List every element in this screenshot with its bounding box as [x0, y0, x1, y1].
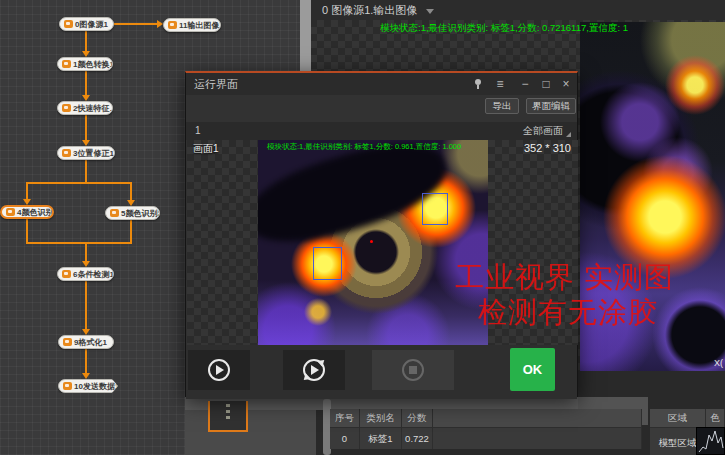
flow-connector [113, 23, 157, 25]
maximize-icon[interactable]: □ [538, 76, 554, 92]
stop-icon [402, 359, 424, 381]
flow-connector [26, 242, 132, 244]
flow-node-format[interactable]: 9格式化1 [58, 335, 114, 349]
node-icon [63, 338, 72, 346]
cell-class: 标签1 [360, 427, 402, 449]
frame-resolution: 352 * 310 [524, 142, 571, 154]
col-index: 序号 [330, 409, 360, 427]
node-icon [62, 104, 71, 112]
playback-controls: OK [186, 345, 577, 399]
frame-photo [258, 140, 488, 345]
image-panel-title: 0 图像源1.输出图像 [322, 4, 417, 16]
view-selector[interactable]: 全部画面 [523, 122, 563, 140]
node-label: 3位置修正1 [73, 148, 114, 159]
node-label: 10发送数据1 [74, 381, 118, 392]
node-icon [62, 270, 71, 278]
play-icon [208, 359, 230, 381]
flow-connector [85, 348, 87, 373]
flow-connector [85, 280, 87, 329]
node-icon [64, 20, 73, 28]
node-icon [6, 208, 15, 216]
run-continuous-button[interactable] [283, 350, 345, 390]
flow-node-color-convert[interactable]: 1颜色转换1 [57, 57, 113, 71]
background-panel [185, 410, 316, 455]
minimize-icon[interactable]: − [517, 76, 533, 92]
region-table-header: 区域 色相 [650, 409, 725, 427]
cell-empty [433, 427, 642, 449]
node-label: 9格式化1 [74, 337, 107, 348]
cell-score: 0.722 [402, 427, 433, 449]
flow-node-image-source[interactable]: 0图像源1 [59, 17, 114, 31]
flow-connector [27, 182, 132, 184]
cursor-coords-fragment: X( [714, 358, 723, 368]
flow-node-fast-feature[interactable]: 2快速特征… [57, 101, 113, 115]
popup-title: 运行界面 [194, 77, 238, 92]
menu-icon[interactable]: ≡ [492, 76, 508, 92]
col-score: 分数 [402, 409, 433, 427]
node-label: 11输出图像1 [179, 20, 221, 31]
node-icon [168, 21, 177, 29]
background-selected-module[interactable] [208, 401, 248, 432]
stop-button [372, 350, 454, 390]
view-index-label: 1 [195, 122, 201, 140]
arrowhead-icon [82, 373, 90, 379]
node-icon [62, 60, 71, 68]
flow-connector [85, 242, 87, 261]
flow-connector [85, 71, 87, 96]
hue-histogram-thumbnail[interactable] [696, 427, 725, 455]
node-label: 1颜色转换1 [73, 59, 113, 70]
table-row[interactable]: 0 标签1 0.722 [330, 427, 642, 449]
result-table-header: 序号 类别名 分数 [330, 409, 642, 427]
flow-node-condition-check[interactable]: 6条件检测1 [57, 267, 114, 281]
flow-connector [130, 182, 132, 200]
interface-edit-button[interactable]: 界面编辑 [526, 98, 576, 114]
detection-rect [422, 193, 448, 225]
flow-node-position-fix[interactable]: 3位置修正1 [57, 146, 115, 160]
col-hue: 色相 [706, 409, 725, 427]
popup-titlebar[interactable]: 运行界面 ≡ − □ × [186, 73, 577, 95]
flow-node-output-image[interactable]: 11输出图像1 [163, 18, 221, 32]
close-icon[interactable]: × [558, 76, 574, 92]
result-table: 序号 类别名 分数 0 标签1 0.722 [330, 409, 642, 449]
flow-node-send-data[interactable]: 10发送数据1 [58, 379, 118, 393]
node-label: 2快速特征… [73, 103, 113, 114]
flow-connector [85, 114, 87, 140]
node-label: 4颜色识别1 [17, 207, 54, 218]
loop-play-icon [303, 359, 325, 381]
ok-button[interactable]: OK [510, 348, 555, 391]
watermark-line1: 工业视界 实测图 [455, 258, 674, 298]
view-header: 1 全部画面 [186, 122, 577, 140]
image-panel-header[interactable]: 0 图像源1.输出图像 [310, 0, 725, 20]
col-empty [433, 409, 642, 427]
flow-connector [130, 219, 132, 243]
detection-rect [313, 247, 342, 280]
run-once-button[interactable] [188, 350, 250, 390]
node-label: 0图像源1 [75, 19, 108, 30]
col-class: 类别名 [360, 409, 402, 427]
node-icon [63, 382, 72, 390]
panel-splitter[interactable] [300, 0, 311, 72]
node-label: 6条件检测1 [73, 269, 114, 280]
popup-toolbar: 导出 界面编辑 [186, 95, 577, 122]
node-icon [62, 149, 71, 157]
cell-index: 0 [330, 427, 360, 449]
run-interface-window: 运行界面 ≡ − □ × 导出 界面编辑 1 全部画面 画面1 模块状态:1,最… [185, 71, 578, 397]
app-window: 0图像源1 11输出图像1 1颜色转换1 2快速特征… 3位置修正1 4颜色识别… [0, 0, 725, 455]
node-icon [110, 209, 119, 217]
flow-connector [85, 159, 87, 183]
export-button[interactable]: 导出 [485, 98, 519, 114]
corner-caret-icon [566, 132, 571, 137]
flow-node-color-detect-1[interactable]: 4颜色识别1 [0, 205, 54, 219]
pin-icon[interactable] [473, 79, 483, 89]
detection-status-text: 模块状态:1,最佳识别类别: 标签1,分数: 0.7216117,置信度: 1 [380, 22, 628, 35]
frame-label: 画面1 [193, 142, 219, 156]
frame-status-text: 模块状态:1,最佳识别类别: 标签1,分数: 0.961,置信度: 1.000 [267, 142, 461, 152]
flow-connector [26, 219, 28, 243]
center-marker [370, 240, 373, 243]
watermark-line2: 检测有无涂胶 [478, 293, 658, 333]
col-region: 区域 [650, 409, 706, 427]
flow-connector [26, 182, 28, 199]
flow-node-color-detect-2[interactable]: 5颜色识别2 [105, 206, 160, 220]
flow-connector [85, 31, 87, 52]
dropdown-caret-icon[interactable] [426, 9, 434, 14]
